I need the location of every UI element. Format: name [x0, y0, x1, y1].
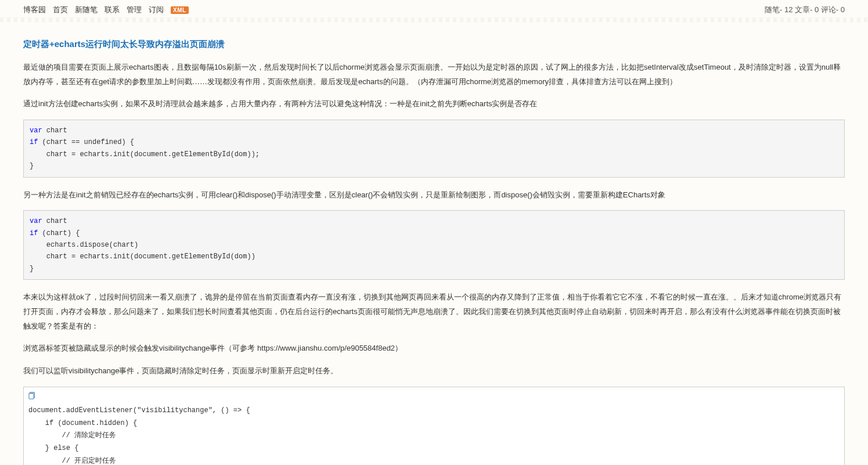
code-text: (document.hidden) { — [53, 419, 137, 427]
code-text: (chart == undefined) { — [38, 138, 134, 146]
code-text: echarts.dispose(chart) — [30, 241, 138, 249]
code-comment: // — [28, 431, 74, 439]
svg-rect-1 — [29, 393, 34, 399]
code-block-3: document.addEventListener("visibilitycha… — [23, 387, 845, 465]
nav-contact[interactable]: 联系 — [105, 5, 120, 15]
code-text: } — [28, 444, 53, 452]
code-text: chart — [42, 127, 67, 135]
code-text: chart — [42, 217, 67, 225]
code-keyword: if — [30, 229, 38, 237]
code-comment: 开启定时任务 — [74, 457, 116, 465]
nav-manage[interactable]: 管理 — [127, 5, 142, 15]
nav-site[interactable]: 博客园 — [23, 5, 46, 15]
code-block-1: var chart if (chart == undefined) { char… — [23, 120, 845, 178]
post-title-link[interactable]: 定时器+echarts运行时间太长导致内存溢出页面崩溃 — [23, 39, 225, 49]
code-text: chart = echarts.init(document.getElement… — [30, 253, 255, 261]
paragraph: 最近做的项目需要在页面上展示echarts图表，且数据每隔10s刷新一次，然后发… — [23, 60, 845, 89]
nav-newpost[interactable]: 新随笔 — [75, 5, 98, 15]
copy-icon[interactable] — [28, 392, 37, 400]
post-title: 定时器+echarts运行时间太长导致内存溢出页面崩溃 — [23, 39, 845, 50]
paragraph: 我们可以监听visibilitychange事件，页面隐藏时清除定时任务，页面显… — [23, 364, 845, 379]
paragraph: 另一种方法是在init之前销毁已经存在的echarts实例，可用clear()和… — [23, 188, 845, 203]
code-text: { — [70, 444, 78, 452]
code-comment: // — [28, 457, 74, 465]
code-text: } — [30, 265, 34, 273]
paragraph: 本来以为这样就ok了，过段时间切回来一看又崩溃了，诡异的是停留在当前页面查看内存… — [23, 290, 845, 333]
post-content: 定时器+echarts运行时间太长导致内存溢出页面崩溃 最近做的项目需要在页面上… — [23, 23, 845, 465]
code-comment: 清除定时任务 — [74, 431, 116, 439]
code-keyword: if — [30, 138, 38, 146]
code-text: document.addEventListener("visibilitycha… — [28, 406, 250, 414]
nav-subscribe[interactable]: 订阅 — [149, 5, 164, 15]
blog-stats: 随笔- 12 文章- 0 评论- 0 — [765, 5, 845, 15]
code-text: } — [30, 162, 34, 170]
paragraph: 浏览器标签页被隐藏或显示的时候会触发visibilitychange事件（可参考… — [23, 341, 845, 356]
code-text: (chart) { — [38, 229, 80, 237]
code-block-2: var chart if (chart) { echarts.dispose(c… — [23, 210, 845, 280]
xml-badge-icon[interactable]: XML — [171, 6, 189, 14]
code-keyword: var — [30, 127, 42, 135]
code-keyword: var — [30, 217, 42, 225]
code-keyword: else — [53, 444, 70, 452]
nav-links: 博客园 首页 新随笔 联系 管理 订阅 XML — [23, 5, 189, 15]
nav-home[interactable]: 首页 — [53, 5, 68, 15]
code-keyword: if — [28, 419, 53, 427]
paragraph: 通过init方法创建echarts实例，如果不及时清理就会越来越多，占用大量内存… — [23, 97, 845, 111]
top-bar: 博客园 首页 新随笔 联系 管理 订阅 XML 随笔- 12 文章- 0 评论-… — [23, 0, 845, 23]
code-text: chart = echarts.init(document.getElement… — [30, 150, 260, 158]
